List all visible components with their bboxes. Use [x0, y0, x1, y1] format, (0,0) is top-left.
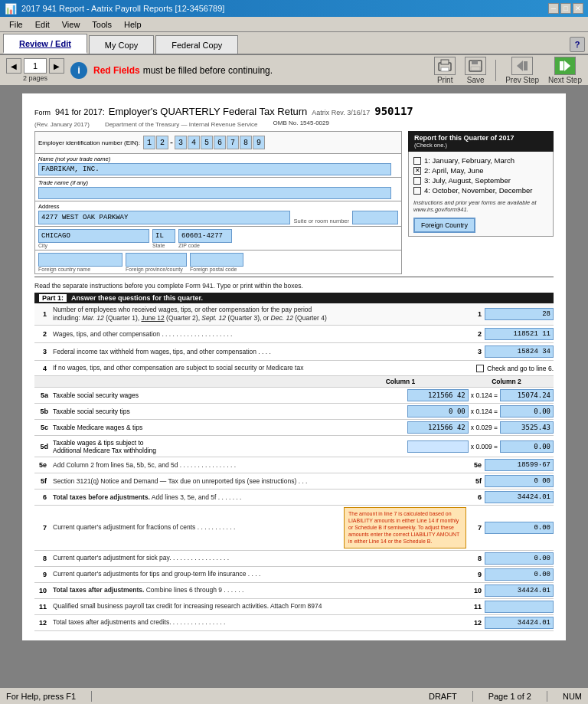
- ein-digit-4[interactable]: 4: [188, 136, 200, 149]
- titlebar-title: 2017 941 Report - Aatrix Payroll Reports…: [21, 4, 224, 13]
- suite-input[interactable]: [352, 211, 398, 224]
- minimize-button[interactable]: ─: [548, 3, 559, 14]
- quarter-1-option[interactable]: 1: January, February, March: [413, 156, 548, 165]
- foreign-row: Foreign country name Foreign province/co…: [34, 250, 402, 274]
- line-5d-number: 5d: [34, 443, 50, 450]
- quarter-1-checkbox[interactable]: [413, 157, 421, 165]
- ein-input-container: 1 2 - 3 4 5 6 7 8 9: [140, 133, 268, 152]
- ein-digit-1[interactable]: 1: [143, 136, 155, 149]
- ein-digit-7[interactable]: 7: [227, 136, 239, 149]
- tab-review-edit[interactable]: Review / Edit: [3, 34, 87, 54]
- trade-name-input[interactable]: [38, 187, 391, 199]
- prev-page-button[interactable]: ◀: [6, 58, 21, 74]
- line-12-input[interactable]: [485, 617, 554, 629]
- line-5f-input[interactable]: [485, 475, 554, 487]
- line-7-ref: 7: [469, 524, 485, 532]
- ein-digit-5[interactable]: 5: [201, 136, 213, 149]
- menu-file[interactable]: File: [3, 18, 29, 31]
- line-5c-col2-input[interactable]: [500, 421, 554, 434]
- help-button[interactable]: ?: [570, 37, 585, 52]
- close-button[interactable]: ✕: [573, 3, 583, 14]
- line-12-ref: 12: [469, 619, 485, 627]
- line-11-input[interactable]: [485, 601, 554, 613]
- line-1-number: 1: [34, 310, 50, 318]
- part1-label: Part 1:: [39, 294, 67, 302]
- foreign-country-button[interactable]: Foreign Country: [413, 218, 475, 233]
- line-10-input[interactable]: [485, 584, 554, 597]
- ein-digit-6[interactable]: 6: [214, 136, 226, 149]
- line-5b-col1-input[interactable]: [407, 405, 469, 417]
- line-6-input[interactable]: [485, 491, 554, 503]
- zip-input[interactable]: [178, 229, 232, 243]
- statusbar: For Help, press F1 DRAFT Page 1 of 2 NUM: [0, 687, 588, 704]
- line-5e-input[interactable]: [485, 459, 554, 471]
- line-2-input[interactable]: [485, 328, 554, 340]
- line-5f-desc: Section 3121(q) Notice and Demand — Tax …: [50, 477, 469, 486]
- menu-tools[interactable]: Tools: [86, 18, 118, 31]
- trade-name-row: Trade name (if any): [34, 178, 402, 201]
- line-9-input[interactable]: [485, 568, 554, 581]
- quarter-2-checkbox[interactable]: [413, 167, 421, 175]
- tab-my-copy[interactable]: My Copy: [89, 35, 154, 54]
- line-5b-col2-input[interactable]: [500, 405, 554, 417]
- quarter-3-option[interactable]: 3: July, August, September: [413, 176, 548, 185]
- quarter-2-option[interactable]: 2: April, May, June: [413, 166, 548, 175]
- line-5a-col1-input[interactable]: [407, 389, 469, 401]
- quarter-4-label: 4: October, November, December: [424, 186, 533, 195]
- street-input[interactable]: [38, 211, 290, 224]
- line-5d-col1-input[interactable]: [407, 440, 469, 453]
- print-button[interactable]: Print: [434, 57, 456, 84]
- ein-digit-9[interactable]: 9: [253, 136, 265, 149]
- line-1-input[interactable]: [485, 308, 554, 320]
- line-8-desc: Current quarter's adjustment for sick pa…: [50, 554, 469, 562]
- line-7-input[interactable]: [485, 522, 554, 534]
- menu-help[interactable]: Help: [118, 18, 148, 31]
- name-row: Name (not your trade name): [34, 154, 402, 178]
- prev-step-button[interactable]: Prev Step: [505, 57, 539, 84]
- save-button[interactable]: Save: [465, 57, 486, 84]
- menu-view[interactable]: View: [56, 18, 87, 31]
- menu-edit[interactable]: Edit: [29, 18, 56, 31]
- line-3-input[interactable]: [485, 345, 554, 358]
- name-input[interactable]: [38, 163, 391, 175]
- ein-digit-2[interactable]: 2: [156, 136, 168, 149]
- line-5a-col2-input[interactable]: [500, 389, 554, 401]
- line-5a-number: 5a: [34, 391, 50, 399]
- city-input[interactable]: [38, 229, 149, 243]
- foreign-country-input[interactable]: [38, 253, 122, 267]
- line-8-row: 8 Current quarter's adjustment for sick …: [34, 551, 554, 567]
- page-number-input[interactable]: [24, 58, 47, 74]
- window-controls[interactable]: ─ □ ✕: [548, 3, 583, 14]
- line-9-row: 9 Current quarter's adjustments for tips…: [34, 567, 554, 583]
- line-7-note: The amount in line 7 is calculated based…: [344, 507, 466, 548]
- trade-label: Trade name (if any): [38, 179, 398, 186]
- line-4-checkbox[interactable]: [476, 365, 484, 372]
- line-8-input[interactable]: [485, 552, 554, 565]
- line-5c-col1-input[interactable]: [407, 421, 469, 434]
- quarter-4-checkbox[interactable]: [413, 187, 421, 195]
- line-11-desc: Qualified small business payroll tax cre…: [50, 602, 469, 611]
- next-step-button[interactable]: Next Step: [548, 57, 582, 84]
- line-9-number: 9: [34, 571, 50, 578]
- line-5d-col2-input[interactable]: [500, 440, 554, 453]
- ein-row: Employer identification number (EIN): 1 …: [34, 131, 402, 154]
- city-section: City: [38, 229, 149, 248]
- restore-button[interactable]: □: [560, 3, 571, 14]
- ein-digit-8[interactable]: 8: [240, 136, 252, 149]
- next-page-button[interactable]: ▶: [49, 58, 64, 74]
- ein-label: Employer identification number (EIN):: [38, 139, 140, 146]
- svg-rect-4: [472, 61, 478, 64]
- quarter-4-option[interactable]: 4: October, November, December: [413, 186, 548, 195]
- svg-marker-6: [517, 61, 523, 71]
- foreign-province-input[interactable]: [126, 253, 187, 267]
- divider-3: [547, 691, 547, 702]
- print-label: Print: [437, 76, 453, 84]
- ein-digit-3[interactable]: 3: [175, 136, 187, 149]
- state-input[interactable]: [152, 229, 175, 243]
- quarter-3-checkbox[interactable]: [413, 177, 421, 185]
- line-2-ref: 2: [469, 330, 485, 338]
- tab-federal-copy[interactable]: Federal Copy: [155, 35, 238, 54]
- line-4-row: 4 If no wages, tips, and other compensat…: [34, 361, 554, 376]
- svg-rect-7: [524, 61, 528, 70]
- foreign-postal-input[interactable]: [190, 253, 243, 267]
